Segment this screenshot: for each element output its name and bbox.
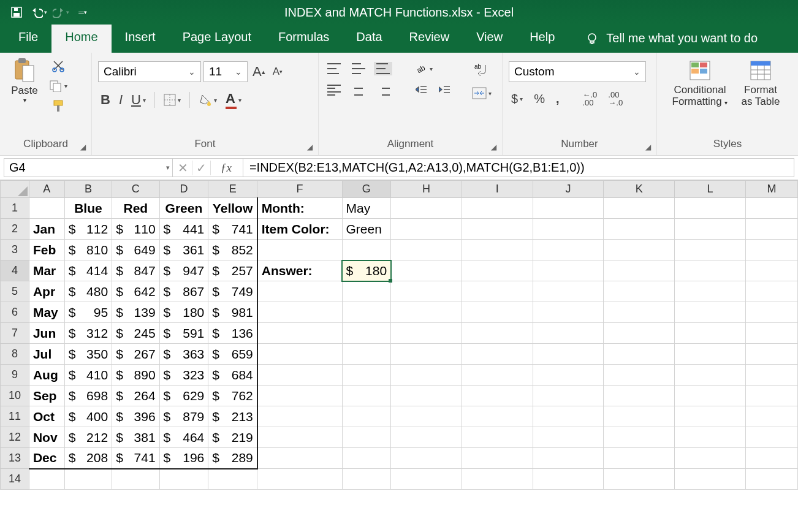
accounting-format-button[interactable]: $ — [509, 91, 525, 107]
cell-F1[interactable]: Month: — [257, 198, 342, 219]
cell-M12[interactable] — [745, 427, 797, 448]
align-bottom-button[interactable] — [374, 62, 392, 75]
row-header-2[interactable]: 2 — [1, 219, 29, 240]
col-header-M[interactable]: M — [745, 181, 797, 198]
cell-M3[interactable] — [745, 240, 797, 260]
comma-format-button[interactable]: , — [553, 91, 562, 107]
tell-me[interactable]: Tell me what you want to do — [585, 31, 758, 53]
cell-I5[interactable] — [462, 281, 533, 302]
cell-E8[interactable]: $659 — [208, 344, 257, 365]
align-middle-button[interactable] — [349, 62, 368, 75]
cell-H3[interactable] — [391, 240, 462, 260]
cell-G14[interactable] — [342, 469, 391, 490]
cell-K6[interactable] — [604, 302, 675, 323]
cell-B12[interactable]: $212 — [64, 427, 112, 448]
cell-C2[interactable]: $110 — [112, 219, 159, 240]
italic-button[interactable]: I — [116, 91, 125, 109]
cell-D4[interactable]: $947 — [159, 260, 208, 281]
number-launcher[interactable]: ◢ — [645, 143, 655, 153]
cell-G10[interactable] — [342, 386, 391, 406]
col-header-B[interactable]: B — [64, 181, 112, 198]
cell-K5[interactable] — [604, 281, 675, 302]
alignment-launcher[interactable]: ◢ — [491, 143, 501, 153]
cell-H6[interactable] — [391, 302, 462, 323]
cell-E1[interactable]: Yellow — [208, 198, 257, 219]
cell-D5[interactable]: $867 — [159, 281, 208, 302]
wrap-text-button[interactable]: ab — [469, 61, 494, 77]
tab-file[interactable]: File — [5, 23, 51, 53]
cell-G11[interactable] — [342, 406, 391, 427]
cell-A8[interactable]: Jul — [29, 344, 64, 365]
cell-L3[interactable] — [675, 240, 746, 260]
cell-K14[interactable] — [604, 469, 675, 490]
cell-A5[interactable]: Apr — [29, 281, 64, 302]
cell-E10[interactable]: $762 — [208, 386, 257, 406]
cell-H9[interactable] — [391, 365, 462, 386]
cell-M8[interactable] — [745, 344, 797, 365]
cell-H4[interactable] — [391, 260, 462, 281]
cell-F4[interactable]: Answer: — [257, 260, 342, 281]
cell-F9[interactable] — [257, 365, 342, 386]
align-top-button[interactable] — [325, 62, 343, 75]
cell-D2[interactable]: $441 — [159, 219, 208, 240]
tab-home[interactable]: Home — [51, 23, 111, 53]
format-as-table-button[interactable]: Format as Table — [739, 56, 782, 107]
save-button[interactable] — [6, 3, 27, 21]
enter-formula-button[interactable]: ✓ — [196, 161, 207, 175]
cell-C6[interactable]: $139 — [112, 302, 159, 323]
cell-E13[interactable]: $289 — [208, 448, 257, 469]
cell-A4[interactable]: Mar — [29, 260, 64, 281]
cell-D9[interactable]: $323 — [159, 365, 208, 386]
col-header-H[interactable]: H — [391, 181, 462, 198]
cell-F14[interactable] — [257, 469, 342, 490]
cell-A3[interactable]: Feb — [29, 240, 64, 260]
cell-A2[interactable]: Jan — [29, 219, 64, 240]
cell-M1[interactable] — [745, 198, 797, 219]
cell-K10[interactable] — [604, 386, 675, 406]
cell-A14[interactable] — [29, 469, 64, 490]
cell-J11[interactable] — [533, 406, 604, 427]
cell-I4[interactable] — [462, 260, 533, 281]
cell-B11[interactable]: $400 — [64, 406, 112, 427]
cell-D6[interactable]: $180 — [159, 302, 208, 323]
cell-I14[interactable] — [462, 469, 533, 490]
increase-indent-button[interactable] — [436, 83, 454, 97]
cell-C4[interactable]: $847 — [112, 260, 159, 281]
cell-G1[interactable]: May — [342, 198, 391, 219]
paste-button[interactable]: Paste ▾ — [6, 56, 43, 104]
cell-A1[interactable] — [29, 198, 64, 219]
cell-I1[interactable] — [462, 198, 533, 219]
cell-B10[interactable]: $698 — [64, 386, 112, 406]
cell-D10[interactable]: $629 — [159, 386, 208, 406]
cell-M7[interactable] — [745, 323, 797, 344]
cell-A12[interactable]: Nov — [29, 427, 64, 448]
cell-L4[interactable] — [675, 260, 746, 281]
cell-J7[interactable] — [533, 323, 604, 344]
cell-M4[interactable] — [745, 260, 797, 281]
row-header-9[interactable]: 9 — [1, 365, 29, 386]
row-header-4[interactable]: 4 — [1, 260, 29, 281]
grow-font-button[interactable]: A▴ — [250, 63, 268, 81]
cell-A7[interactable]: Jun — [29, 323, 64, 344]
shrink-font-button[interactable]: A▾ — [270, 64, 285, 79]
tab-insert[interactable]: Insert — [112, 23, 169, 53]
tab-help[interactable]: Help — [516, 23, 568, 53]
cell-F10[interactable] — [257, 386, 342, 406]
cell-L8[interactable] — [675, 344, 746, 365]
cell-B14[interactable] — [64, 469, 112, 490]
cell-H2[interactable] — [391, 219, 462, 240]
cell-E6[interactable]: $981 — [208, 302, 257, 323]
cell-E2[interactable]: $741 — [208, 219, 257, 240]
cell-L5[interactable] — [675, 281, 746, 302]
cell-E5[interactable]: $749 — [208, 281, 257, 302]
font-name-combo[interactable]: Calibri⌄ — [98, 61, 201, 82]
worksheet-grid[interactable]: ABCDEFGHIJKLM1BlueRedGreenYellowMonth:Ma… — [0, 180, 798, 490]
cell-D7[interactable]: $591 — [159, 323, 208, 344]
col-header-J[interactable]: J — [533, 181, 604, 198]
cell-K8[interactable] — [604, 344, 675, 365]
cut-button[interactable] — [47, 59, 70, 74]
row-header-1[interactable]: 1 — [1, 198, 29, 219]
cell-L11[interactable] — [675, 406, 746, 427]
cell-C3[interactable]: $649 — [112, 240, 159, 260]
cell-I8[interactable] — [462, 344, 533, 365]
